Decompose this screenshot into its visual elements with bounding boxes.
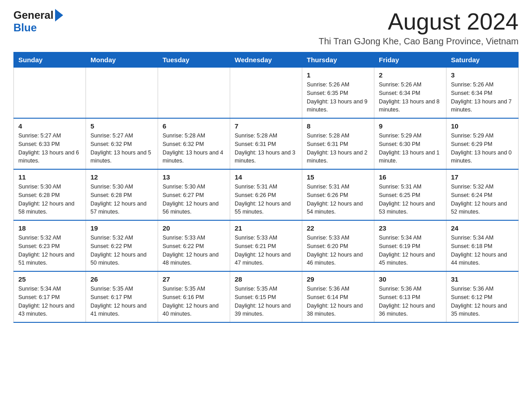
calendar-cell: 21Sunrise: 5:33 AMSunset: 6:21 PMDayligh… bbox=[230, 220, 302, 271]
calendar-cell: 13Sunrise: 5:30 AMSunset: 6:27 PMDayligh… bbox=[158, 169, 230, 220]
day-info: Sunrise: 5:31 AMSunset: 6:26 PMDaylight:… bbox=[307, 183, 369, 216]
calendar-cell: 17Sunrise: 5:32 AMSunset: 6:24 PMDayligh… bbox=[446, 169, 519, 220]
day-number: 18 bbox=[18, 224, 81, 232]
calendar-cell: 24Sunrise: 5:34 AMSunset: 6:18 PMDayligh… bbox=[446, 220, 519, 271]
day-info: Sunrise: 5:30 AMSunset: 6:28 PMDaylight:… bbox=[90, 183, 153, 216]
calendar-cell: 28Sunrise: 5:35 AMSunset: 6:15 PMDayligh… bbox=[230, 271, 302, 322]
day-number: 20 bbox=[163, 224, 225, 232]
day-number: 15 bbox=[307, 173, 369, 181]
day-number: 19 bbox=[90, 224, 153, 232]
calendar-day-header: Sunday bbox=[14, 52, 86, 68]
day-info: Sunrise: 5:33 AMSunset: 6:20 PMDaylight:… bbox=[307, 234, 369, 267]
day-number: 24 bbox=[451, 224, 514, 232]
calendar-week-row: 4Sunrise: 5:27 AMSunset: 6:33 PMDaylight… bbox=[14, 118, 519, 169]
calendar-cell: 16Sunrise: 5:31 AMSunset: 6:25 PMDayligh… bbox=[374, 169, 446, 220]
day-info: Sunrise: 5:28 AMSunset: 6:31 PMDaylight:… bbox=[235, 132, 297, 165]
day-info: Sunrise: 5:33 AMSunset: 6:21 PMDaylight:… bbox=[235, 234, 297, 267]
logo: General Blue bbox=[13, 9, 63, 34]
calendar-cell: 30Sunrise: 5:36 AMSunset: 6:13 PMDayligh… bbox=[374, 271, 446, 322]
day-number: 22 bbox=[307, 224, 369, 232]
day-number: 31 bbox=[451, 275, 514, 283]
day-number: 5 bbox=[90, 122, 153, 130]
day-number: 25 bbox=[18, 275, 81, 283]
day-info: Sunrise: 5:28 AMSunset: 6:32 PMDaylight:… bbox=[163, 132, 225, 165]
day-info: Sunrise: 5:33 AMSunset: 6:22 PMDaylight:… bbox=[163, 234, 225, 267]
day-number: 10 bbox=[451, 122, 514, 130]
calendar-day-header: Friday bbox=[374, 52, 446, 68]
logo-triangle-icon bbox=[55, 9, 63, 21]
day-number: 23 bbox=[379, 224, 442, 232]
day-number: 16 bbox=[379, 173, 442, 181]
day-info: Sunrise: 5:35 AMSunset: 6:16 PMDaylight:… bbox=[163, 285, 225, 318]
calendar-body: 1Sunrise: 5:26 AMSunset: 6:35 PMDaylight… bbox=[14, 68, 519, 323]
day-number: 26 bbox=[90, 275, 153, 283]
calendar-cell: 5Sunrise: 5:27 AMSunset: 6:32 PMDaylight… bbox=[86, 118, 158, 169]
calendar-cell: 31Sunrise: 5:36 AMSunset: 6:12 PMDayligh… bbox=[446, 271, 519, 322]
day-number: 11 bbox=[18, 173, 81, 181]
calendar-cell: 23Sunrise: 5:34 AMSunset: 6:19 PMDayligh… bbox=[374, 220, 446, 271]
day-info: Sunrise: 5:26 AMSunset: 6:35 PMDaylight:… bbox=[307, 81, 369, 114]
calendar-cell: 9Sunrise: 5:29 AMSunset: 6:30 PMDaylight… bbox=[374, 118, 446, 169]
day-info: Sunrise: 5:34 AMSunset: 6:19 PMDaylight:… bbox=[379, 234, 442, 267]
day-number: 8 bbox=[307, 122, 369, 130]
day-number: 28 bbox=[235, 275, 297, 283]
calendar-cell: 26Sunrise: 5:35 AMSunset: 6:17 PMDayligh… bbox=[86, 271, 158, 322]
day-info: Sunrise: 5:26 AMSunset: 6:34 PMDaylight:… bbox=[451, 81, 514, 114]
logo-general-text: General bbox=[13, 9, 53, 21]
calendar-week-row: 25Sunrise: 5:34 AMSunset: 6:17 PMDayligh… bbox=[14, 271, 519, 322]
day-number: 4 bbox=[18, 122, 81, 130]
day-info: Sunrise: 5:32 AMSunset: 6:23 PMDaylight:… bbox=[18, 234, 81, 267]
day-info: Sunrise: 5:26 AMSunset: 6:34 PMDaylight:… bbox=[379, 81, 442, 114]
day-number: 29 bbox=[307, 275, 369, 283]
calendar-cell: 15Sunrise: 5:31 AMSunset: 6:26 PMDayligh… bbox=[302, 169, 374, 220]
day-number: 13 bbox=[163, 173, 225, 181]
day-number: 9 bbox=[379, 122, 442, 130]
day-number: 17 bbox=[451, 173, 514, 181]
day-info: Sunrise: 5:34 AMSunset: 6:17 PMDaylight:… bbox=[18, 285, 81, 318]
calendar-cell bbox=[86, 68, 158, 119]
main-title: August 2024 bbox=[318, 9, 519, 34]
calendar-cell: 27Sunrise: 5:35 AMSunset: 6:16 PMDayligh… bbox=[158, 271, 230, 322]
calendar-cell: 29Sunrise: 5:36 AMSunset: 6:14 PMDayligh… bbox=[302, 271, 374, 322]
day-info: Sunrise: 5:27 AMSunset: 6:33 PMDaylight:… bbox=[18, 132, 81, 165]
day-info: Sunrise: 5:36 AMSunset: 6:13 PMDaylight:… bbox=[379, 285, 442, 318]
calendar-header: SundayMondayTuesdayWednesdayThursdayFrid… bbox=[14, 52, 519, 68]
day-info: Sunrise: 5:29 AMSunset: 6:30 PMDaylight:… bbox=[379, 132, 442, 165]
calendar-week-row: 18Sunrise: 5:32 AMSunset: 6:23 PMDayligh… bbox=[14, 220, 519, 271]
calendar-cell: 3Sunrise: 5:26 AMSunset: 6:34 PMDaylight… bbox=[446, 68, 519, 119]
day-info: Sunrise: 5:35 AMSunset: 6:15 PMDaylight:… bbox=[235, 285, 297, 318]
calendar-day-header: Wednesday bbox=[230, 52, 302, 68]
day-number: 12 bbox=[90, 173, 153, 181]
day-number: 21 bbox=[235, 224, 297, 232]
calendar-cell bbox=[230, 68, 302, 119]
day-number: 27 bbox=[163, 275, 225, 283]
calendar-cell: 19Sunrise: 5:32 AMSunset: 6:22 PMDayligh… bbox=[86, 220, 158, 271]
calendar-day-header: Monday bbox=[86, 52, 158, 68]
calendar-cell: 4Sunrise: 5:27 AMSunset: 6:33 PMDaylight… bbox=[14, 118, 86, 169]
calendar-cell: 18Sunrise: 5:32 AMSunset: 6:23 PMDayligh… bbox=[14, 220, 86, 271]
calendar-week-row: 11Sunrise: 5:30 AMSunset: 6:28 PMDayligh… bbox=[14, 169, 519, 220]
day-number: 2 bbox=[379, 71, 442, 79]
day-info: Sunrise: 5:28 AMSunset: 6:31 PMDaylight:… bbox=[307, 132, 369, 165]
page-header: General Blue August 2024 Thi Tran GJong … bbox=[13, 9, 519, 47]
calendar-cell: 6Sunrise: 5:28 AMSunset: 6:32 PMDaylight… bbox=[158, 118, 230, 169]
calendar-cell: 1Sunrise: 5:26 AMSunset: 6:35 PMDaylight… bbox=[302, 68, 374, 119]
calendar-header-row: SundayMondayTuesdayWednesdayThursdayFrid… bbox=[14, 52, 519, 68]
day-number: 6 bbox=[163, 122, 225, 130]
calendar-day-header: Saturday bbox=[446, 52, 519, 68]
day-info: Sunrise: 5:32 AMSunset: 6:22 PMDaylight:… bbox=[90, 234, 153, 267]
calendar-cell: 12Sunrise: 5:30 AMSunset: 6:28 PMDayligh… bbox=[86, 169, 158, 220]
logo-blue-text: Blue bbox=[13, 21, 37, 34]
day-info: Sunrise: 5:35 AMSunset: 6:17 PMDaylight:… bbox=[90, 285, 153, 318]
calendar-week-row: 1Sunrise: 5:26 AMSunset: 6:35 PMDaylight… bbox=[14, 68, 519, 119]
calendar-cell: 25Sunrise: 5:34 AMSunset: 6:17 PMDayligh… bbox=[14, 271, 86, 322]
title-block: August 2024 Thi Tran GJong Khe, Cao Bang… bbox=[318, 9, 519, 47]
day-info: Sunrise: 5:36 AMSunset: 6:14 PMDaylight:… bbox=[307, 285, 369, 318]
calendar-cell bbox=[158, 68, 230, 119]
day-info: Sunrise: 5:30 AMSunset: 6:27 PMDaylight:… bbox=[163, 183, 225, 216]
calendar-cell: 11Sunrise: 5:30 AMSunset: 6:28 PMDayligh… bbox=[14, 169, 86, 220]
calendar-day-header: Thursday bbox=[302, 52, 374, 68]
calendar-cell: 8Sunrise: 5:28 AMSunset: 6:31 PMDaylight… bbox=[302, 118, 374, 169]
day-info: Sunrise: 5:31 AMSunset: 6:25 PMDaylight:… bbox=[379, 183, 442, 216]
day-info: Sunrise: 5:32 AMSunset: 6:24 PMDaylight:… bbox=[451, 183, 514, 216]
